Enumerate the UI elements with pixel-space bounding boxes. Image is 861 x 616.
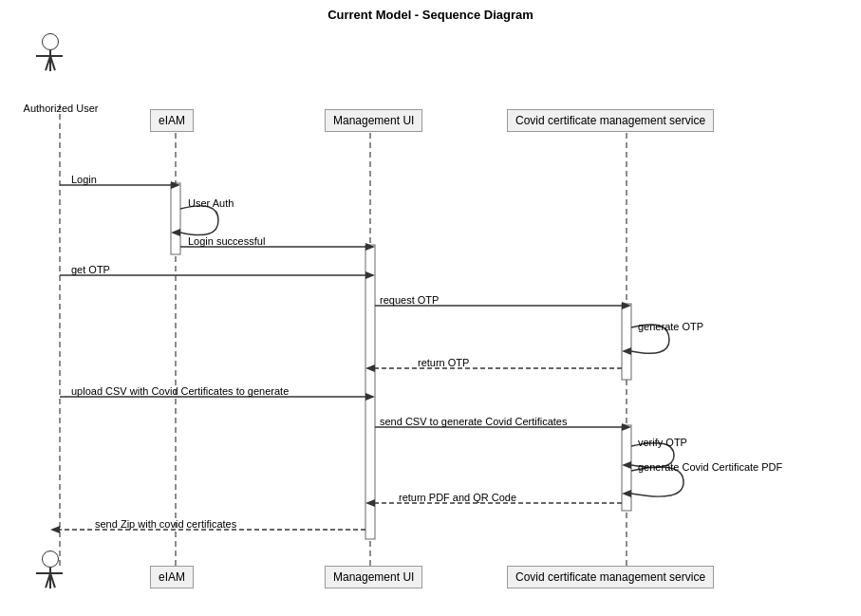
msg-return-otp: return OTP: [418, 357, 469, 368]
msg-verify-otp: verify OTP: [638, 437, 687, 448]
svg-rect-4: [171, 183, 180, 254]
actor-eiam-label-top: eIAM: [159, 114, 185, 127]
actor-covid-box-bottom: Covid certificate management service: [507, 566, 714, 588]
msg-send-csv: send CSV to generate Covid Certificates: [380, 416, 568, 427]
svg-marker-21: [365, 393, 375, 401]
actor-covid-label-bottom: Covid certificate management service: [515, 570, 705, 584]
sequence-diagram: Current Model - Sequence Diagram: [0, 0, 861, 616]
diagram-title: Current Model - Sequence Diagram: [0, 0, 861, 22]
svg-marker-29: [50, 526, 60, 533]
actor-user-bottom: [42, 551, 59, 588]
msg-get-otp: get OTP: [71, 264, 110, 275]
actor-user-top: [42, 33, 59, 71]
svg-marker-19: [365, 364, 375, 372]
msg-login: Login: [71, 174, 97, 185]
svg-marker-25: [622, 490, 631, 497]
msg-user-auth: User Auth: [188, 197, 234, 209]
user-head-bottom: [42, 551, 59, 568]
svg-marker-23: [622, 423, 631, 431]
svg-marker-12: [365, 243, 375, 251]
actor-user-label-top: Authorized User: [0, 103, 122, 114]
actor-covid-label-top: Covid certificate management service: [515, 114, 705, 127]
msg-login-successful: Login successful: [188, 235, 265, 247]
svg-marker-10: [171, 229, 180, 236]
actor-mgmt-label-bottom: Management UI: [333, 570, 414, 584]
svg-rect-6: [622, 304, 631, 380]
msg-request-otp: request OTP: [380, 294, 439, 306]
user-body-top: [49, 50, 51, 71]
svg-marker-16: [622, 302, 631, 309]
user-leg-right-bottom: [49, 573, 55, 588]
svg-marker-27: [365, 499, 375, 507]
actor-mgmt-box-bottom: Management UI: [325, 566, 422, 588]
user-head-top: [42, 33, 59, 50]
svg-marker-17: [622, 347, 631, 355]
svg-rect-7: [622, 425, 631, 511]
actor-eiam-box-bottom: eIAM: [150, 566, 194, 588]
msg-send-zip: send Zip with covid certificates: [95, 518, 236, 530]
msg-return-pdf: return PDF and QR Code: [399, 492, 516, 503]
svg-rect-5: [365, 245, 375, 539]
user-body-bottom: [49, 568, 51, 588]
actor-eiam-label-bottom: eIAM: [159, 570, 185, 584]
msg-upload-csv: upload CSV with Covid Certificates to ge…: [71, 385, 289, 397]
actor-mgmt-label-top: Management UI: [333, 114, 414, 127]
svg-marker-9: [171, 181, 180, 189]
svg-marker-24: [622, 461, 631, 469]
user-leg-right-top: [49, 56, 55, 71]
actor-mgmt-box-top: Management UI: [325, 109, 422, 132]
actor-eiam-box-top: eIAM: [150, 109, 194, 132]
svg-marker-14: [365, 271, 375, 279]
msg-generate-pdf: generate Covid Certificate PDF: [638, 461, 782, 473]
actor-covid-box-top: Covid certificate management service: [507, 109, 714, 132]
msg-generate-otp: generate OTP: [638, 321, 703, 332]
